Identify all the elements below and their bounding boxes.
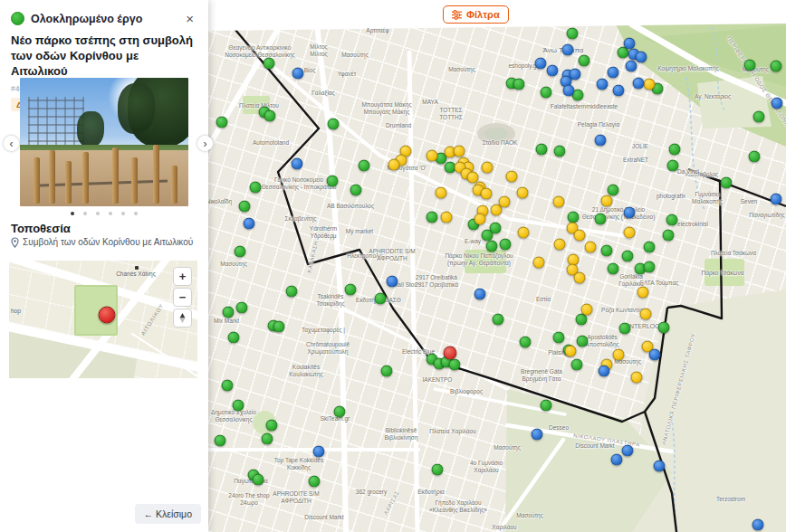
map-marker-yellow[interactable] bbox=[481, 188, 493, 200]
map-marker-yellow[interactable] bbox=[517, 187, 529, 199]
map-marker-yellow[interactable] bbox=[574, 230, 586, 242]
map-marker-yellow[interactable] bbox=[565, 346, 577, 357]
map-marker-green[interactable] bbox=[567, 28, 579, 40]
mini-map-red-marker[interactable] bbox=[99, 307, 116, 324]
map-marker-red[interactable] bbox=[444, 347, 457, 360]
map-marker-blue[interactable] bbox=[654, 461, 666, 472]
map-marker-blue[interactable] bbox=[752, 519, 764, 531]
map-marker-green[interactable] bbox=[264, 58, 275, 70]
map-marker-blue[interactable] bbox=[624, 207, 636, 219]
map-marker-green[interactable] bbox=[553, 332, 565, 344]
map-marker-green[interactable] bbox=[749, 151, 761, 163]
map-marker-green[interactable] bbox=[486, 241, 498, 252]
map-marker-green[interactable] bbox=[273, 321, 285, 333]
map-marker-green[interactable] bbox=[375, 293, 387, 305]
map-marker-blue[interactable] bbox=[636, 52, 647, 63]
map-marker-green[interactable] bbox=[571, 359, 583, 371]
compass-button[interactable] bbox=[173, 309, 192, 328]
map-marker-yellow[interactable] bbox=[436, 187, 447, 199]
map-marker-green[interactable] bbox=[663, 230, 675, 242]
map-marker-green[interactable] bbox=[222, 380, 234, 392]
map-marker-yellow[interactable] bbox=[554, 239, 566, 251]
map-marker-yellow[interactable] bbox=[427, 150, 438, 162]
map-marker-green[interactable] bbox=[658, 322, 670, 334]
project-photo[interactable] bbox=[20, 78, 188, 206]
map-marker-green[interactable] bbox=[264, 110, 276, 122]
map-marker-green[interactable] bbox=[427, 212, 438, 223]
map-marker-green[interactable] bbox=[250, 182, 262, 194]
carousel-dot[interactable] bbox=[71, 212, 74, 215]
map-marker-yellow[interactable] bbox=[388, 159, 400, 171]
map-marker-yellow[interactable] bbox=[631, 372, 643, 384]
map-marker-green[interactable] bbox=[216, 117, 228, 128]
map-marker-green[interactable] bbox=[541, 400, 552, 412]
map-marker-green[interactable] bbox=[669, 144, 681, 156]
map-marker-green[interactable] bbox=[520, 337, 532, 348]
map-marker-green[interactable] bbox=[328, 119, 340, 130]
map-marker-green[interactable] bbox=[541, 87, 552, 99]
carousel-next-icon[interactable]: › bbox=[197, 136, 213, 151]
map-canvas[interactable] bbox=[208, 0, 786, 532]
map-marker-yellow[interactable] bbox=[640, 309, 652, 320]
filters-button[interactable]: Φίλτρα bbox=[443, 5, 509, 24]
carousel-prev-icon[interactable]: ‹ bbox=[4, 136, 19, 151]
map-marker-blue[interactable] bbox=[611, 454, 623, 466]
map-marker-green[interactable] bbox=[579, 55, 590, 67]
map-marker-green[interactable] bbox=[286, 286, 298, 298]
map-marker-blue[interactable] bbox=[562, 44, 574, 56]
map-marker-green[interactable] bbox=[235, 246, 246, 258]
map-marker-blue[interactable] bbox=[633, 78, 645, 90]
map-marker-green[interactable] bbox=[622, 251, 634, 262]
mini-map[interactable]: Chanés Χάϊνης hop ΑΙΤΩΛΙΚΟΥ + − bbox=[9, 261, 197, 378]
map-marker-blue[interactable] bbox=[622, 445, 634, 457]
map-marker-blue[interactable] bbox=[532, 429, 543, 441]
map-marker-yellow[interactable] bbox=[581, 304, 593, 316]
map-marker-yellow[interactable] bbox=[613, 349, 625, 361]
map-marker-yellow[interactable] bbox=[454, 146, 465, 157]
map-marker-blue[interactable] bbox=[597, 79, 609, 90]
map-marker-green[interactable] bbox=[262, 433, 273, 445]
map-marker-green[interactable] bbox=[493, 314, 504, 326]
carousel-dot[interactable] bbox=[83, 212, 87, 215]
map-marker-yellow[interactable] bbox=[518, 227, 530, 239]
map-marker-blue[interactable] bbox=[626, 61, 637, 72]
zoom-in-button[interactable]: + bbox=[173, 267, 192, 286]
map-marker-yellow[interactable] bbox=[574, 272, 586, 284]
map-marker-green[interactable] bbox=[536, 144, 548, 156]
map-marker-blue[interactable] bbox=[244, 218, 255, 230]
map-marker-green[interactable] bbox=[721, 177, 733, 189]
map-marker-green[interactable] bbox=[236, 302, 248, 314]
map-marker-blue[interactable] bbox=[563, 85, 575, 97]
map-marker-green[interactable] bbox=[449, 359, 461, 371]
map-marker-green[interactable] bbox=[513, 79, 525, 90]
map-marker-green[interactable] bbox=[577, 336, 589, 347]
close-icon[interactable]: × bbox=[182, 10, 197, 27]
map-marker-blue[interactable] bbox=[595, 135, 607, 147]
map-marker-yellow[interactable] bbox=[441, 212, 453, 223]
map-marker-green[interactable] bbox=[644, 261, 656, 273]
map-marker-blue[interactable] bbox=[771, 194, 782, 205]
map-marker-blue[interactable] bbox=[599, 366, 610, 377]
map-marker-green[interactable] bbox=[345, 284, 357, 296]
map-marker-green[interactable] bbox=[608, 263, 619, 275]
map-marker-yellow[interactable] bbox=[506, 171, 518, 183]
map-marker-green[interactable] bbox=[601, 245, 613, 257]
map-marker-green[interactable] bbox=[359, 160, 370, 172]
map-marker-green[interactable] bbox=[432, 464, 444, 476]
map-marker-yellow[interactable] bbox=[482, 162, 494, 174]
map-marker-blue[interactable] bbox=[649, 349, 661, 361]
map-marker-green[interactable] bbox=[608, 185, 619, 196]
map-marker-green[interactable] bbox=[753, 111, 765, 123]
map-marker-blue[interactable] bbox=[313, 446, 325, 458]
map-marker-green[interactable] bbox=[667, 160, 679, 172]
carousel-dot[interactable] bbox=[121, 212, 125, 215]
map-marker-green[interactable] bbox=[381, 366, 393, 377]
carousel-dot[interactable] bbox=[96, 212, 100, 215]
map-marker-green[interactable] bbox=[334, 406, 346, 418]
map-marker-blue[interactable] bbox=[613, 85, 625, 97]
map-marker-green[interactable] bbox=[595, 214, 607, 225]
map-marker-blue[interactable] bbox=[292, 158, 303, 170]
map-marker-blue[interactable] bbox=[772, 98, 783, 109]
map-marker-yellow[interactable] bbox=[553, 196, 565, 208]
map-marker-yellow[interactable] bbox=[644, 79, 656, 90]
